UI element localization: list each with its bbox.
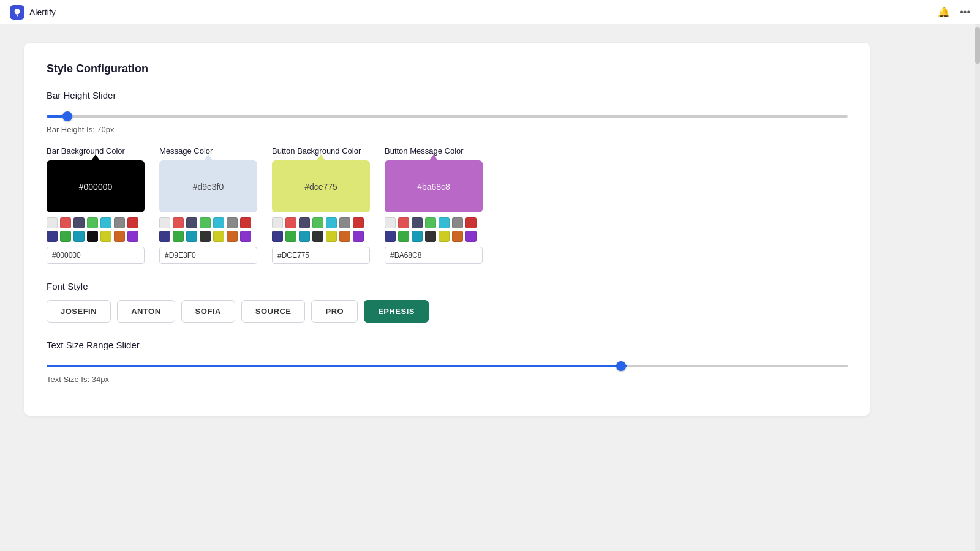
swatch-message-0[interactable] (159, 217, 170, 228)
swatch-message-8[interactable] (173, 231, 184, 242)
swatch-btn-msg-11[interactable] (439, 231, 450, 242)
swatches-btn-bg (272, 217, 370, 242)
style-config-card: Style Configuration Bar Height Slider Ba… (24, 43, 870, 416)
swatch-btn-bg-7[interactable] (272, 231, 283, 242)
section-title: Style Configuration (47, 62, 848, 75)
color-input-message[interactable] (159, 247, 257, 264)
swatch-message-5[interactable] (227, 217, 238, 228)
swatch-btn-bg-2[interactable] (299, 217, 310, 228)
bar-height-slider-container (47, 109, 848, 120)
more-options-icon[interactable]: ••• (960, 7, 970, 18)
swatch-bar-bg-2[interactable] (74, 217, 85, 228)
swatch-bar-bg-5[interactable] (114, 217, 125, 228)
font-style-title: Font Style (47, 281, 848, 291)
app-icon (10, 5, 24, 20)
swatch-btn-bg-5[interactable] (339, 217, 350, 228)
swatch-bar-bg-10[interactable] (87, 231, 98, 242)
swatch-message-7[interactable] (159, 231, 170, 242)
swatch-btn-bg-4[interactable] (326, 217, 337, 228)
swatches-bar-bg (47, 217, 145, 242)
font-btn-pro[interactable]: PRO (311, 300, 358, 323)
swatch-bar-bg-8[interactable] (60, 231, 71, 242)
bell-icon[interactable]: 🔔 (938, 6, 950, 18)
swatch-btn-bg-12[interactable] (339, 231, 350, 242)
swatch-message-4[interactable] (213, 217, 224, 228)
caret-message (204, 154, 213, 160)
main-content: Style Configuration Bar Height Slider Ba… (0, 24, 980, 434)
swatch-btn-msg-5[interactable] (452, 217, 463, 228)
color-preview-message[interactable]: #d9e3f0 (159, 160, 257, 212)
swatch-bar-bg-6[interactable] (127, 217, 138, 228)
color-picker-btn-msg: Button Message Color#ba68c8 (385, 146, 483, 264)
swatch-bar-bg-3[interactable] (87, 217, 98, 228)
swatch-message-6[interactable] (240, 217, 251, 228)
swatch-message-3[interactable] (200, 217, 211, 228)
swatch-bar-bg-11[interactable] (100, 231, 111, 242)
caret-btn-msg (429, 154, 438, 160)
topbar: Alertify 🔔 ••• (0, 0, 980, 24)
bar-height-slider[interactable] (47, 115, 848, 118)
swatch-btn-bg-11[interactable] (326, 231, 337, 242)
color-preview-btn-msg[interactable]: #ba68c8 (385, 160, 483, 212)
swatch-btn-bg-0[interactable] (272, 217, 283, 228)
swatch-btn-msg-6[interactable] (466, 217, 477, 228)
color-hex-display-message: #d9e3f0 (193, 182, 224, 192)
swatches-btn-msg (385, 217, 483, 242)
swatch-bar-bg-13[interactable] (127, 231, 138, 242)
font-btn-source[interactable]: SOURCE (241, 300, 306, 323)
swatch-btn-bg-13[interactable] (353, 231, 364, 242)
swatch-btn-msg-13[interactable] (466, 231, 477, 242)
swatch-btn-msg-10[interactable] (425, 231, 436, 242)
swatch-bar-bg-1[interactable] (60, 217, 71, 228)
swatch-message-12[interactable] (227, 231, 238, 242)
text-size-slider-container (47, 359, 848, 370)
color-input-btn-bg[interactable] (272, 247, 370, 264)
text-size-label: Text Size Is: 34px (47, 375, 848, 384)
swatch-btn-msg-4[interactable] (439, 217, 450, 228)
font-buttons: JOSEFINANTONSOFIASOURCEPROEPHESIS (47, 300, 848, 323)
swatch-btn-msg-3[interactable] (425, 217, 436, 228)
swatch-message-13[interactable] (240, 231, 251, 242)
swatch-btn-bg-1[interactable] (285, 217, 296, 228)
color-hex-display-btn-bg: #dce775 (304, 182, 337, 192)
bar-height-label: Bar Height Is: 70px (47, 125, 848, 134)
color-input-btn-msg[interactable] (385, 247, 483, 264)
scrollbar-thumb[interactable] (975, 27, 980, 64)
swatch-message-9[interactable] (186, 231, 197, 242)
caret-bar-bg (91, 154, 100, 160)
topbar-left: Alertify (10, 5, 56, 20)
swatch-bar-bg-0[interactable] (47, 217, 58, 228)
swatch-message-10[interactable] (200, 231, 211, 242)
color-hex-display-bar-bg: #000000 (79, 182, 113, 192)
swatch-message-2[interactable] (186, 217, 197, 228)
font-btn-sofia[interactable]: SOFIA (181, 300, 235, 323)
font-btn-ephesis[interactable]: EPHESIS (364, 300, 429, 323)
font-btn-anton[interactable]: ANTON (117, 300, 175, 323)
caret-btn-bg (317, 154, 325, 160)
swatch-message-1[interactable] (173, 217, 184, 228)
swatch-btn-bg-8[interactable] (285, 231, 296, 242)
swatch-btn-bg-6[interactable] (353, 217, 364, 228)
swatch-btn-msg-8[interactable] (398, 231, 409, 242)
swatch-btn-msg-2[interactable] (412, 217, 423, 228)
text-size-slider[interactable] (47, 365, 848, 367)
color-pickers-row: Bar Background Color#000000Message Color… (47, 146, 848, 264)
swatch-bar-bg-4[interactable] (100, 217, 111, 228)
font-btn-josefin[interactable]: JOSEFIN (47, 300, 111, 323)
swatch-btn-bg-3[interactable] (312, 217, 323, 228)
color-input-bar-bg[interactable] (47, 247, 145, 264)
swatch-btn-msg-1[interactable] (398, 217, 409, 228)
swatch-btn-msg-12[interactable] (452, 231, 463, 242)
swatch-bar-bg-7[interactable] (47, 231, 58, 242)
color-preview-bar-bg[interactable]: #000000 (47, 160, 145, 212)
swatch-bar-bg-12[interactable] (114, 231, 125, 242)
swatch-btn-msg-9[interactable] (412, 231, 423, 242)
swatch-btn-msg-0[interactable] (385, 217, 396, 228)
swatch-message-11[interactable] (213, 231, 224, 242)
topbar-right: 🔔 ••• (938, 6, 970, 18)
color-preview-btn-bg[interactable]: #dce775 (272, 160, 370, 212)
swatch-btn-bg-9[interactable] (299, 231, 310, 242)
swatch-btn-bg-10[interactable] (312, 231, 323, 242)
swatch-bar-bg-9[interactable] (74, 231, 85, 242)
swatch-btn-msg-7[interactable] (385, 231, 396, 242)
